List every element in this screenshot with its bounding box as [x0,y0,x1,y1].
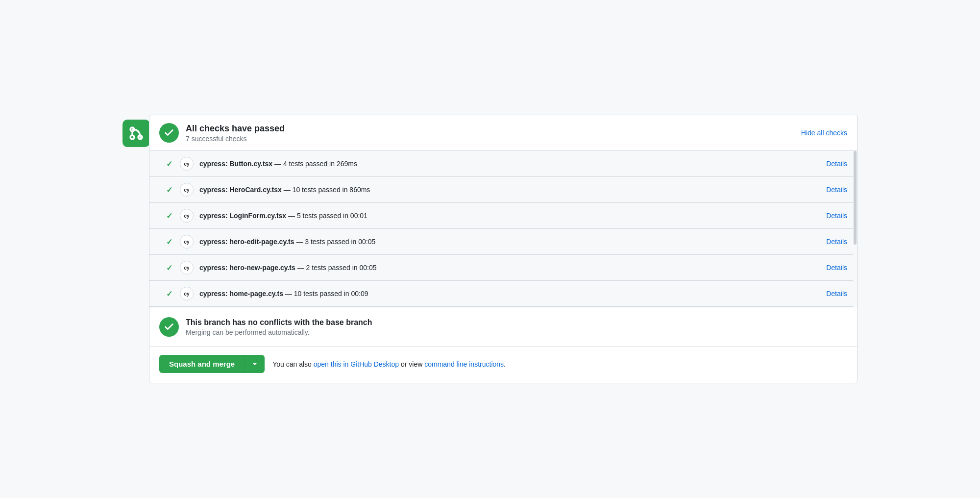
check-pass-icon: ✓ [164,263,174,273]
cypress-logo: cy [180,157,194,171]
check-label: cypress: HeroCard.cy.tsx — 10 tests pass… [199,186,370,194]
table-row: ✓ cy cypress: home-page.cy.ts — 10 tests… [149,281,857,307]
table-row: ✓ cy cypress: hero-edit-page.cy.ts — 3 t… [149,229,857,255]
no-conflicts-icon [159,317,179,337]
details-link[interactable]: Details [826,212,847,220]
all-checks-passed-icon [159,123,179,143]
merge-info-prefix: You can also [272,360,314,368]
table-row: ✓ cy cypress: LoginForm.cy.tsx — 5 tests… [149,203,857,229]
sidebar-merge-icon [122,120,150,147]
check-detail: — 10 tests passed in 00:09 [285,290,368,298]
page-wrapper: All checks have passed 7 successful chec… [122,115,858,383]
cypress-logo: cy [180,287,194,300]
check-detail: — 10 tests passed in 860ms [284,186,370,194]
merge-info-middle: or view [399,360,424,368]
check-name: cypress: Button.cy.tsx [199,160,272,168]
details-link[interactable]: Details [826,238,847,246]
table-row: ✓ cy cypress: HeroCard.cy.tsx — 10 tests… [149,177,857,203]
hide-all-checks-link[interactable]: Hide all checks [801,129,847,137]
merge-section: Squash and merge You can also open this … [149,347,857,383]
check-pass-icon: ✓ [164,289,174,299]
check-row-left: ✓ cy cypress: HeroCard.cy.tsx — 10 tests… [164,183,370,197]
check-row-left: ✓ cy cypress: hero-new-page.cy.ts — 2 te… [164,261,377,274]
check-row-left: ✓ cy cypress: Button.cy.tsx — 4 tests pa… [164,157,357,171]
check-pass-icon: ✓ [164,211,174,221]
check-label: cypress: hero-new-page.cy.ts — 2 tests p… [199,264,377,272]
check-label: cypress: hero-edit-page.cy.ts — 3 tests … [199,238,375,246]
no-conflicts-text: This branch has no conflicts with the ba… [186,318,372,336]
details-link[interactable]: Details [826,264,847,272]
chevron-down-icon [251,360,259,368]
command-line-link[interactable]: command line instructions [424,360,504,368]
details-link[interactable]: Details [826,160,847,168]
table-row: ✓ cy cypress: Button.cy.tsx — 4 tests pa… [149,151,857,177]
merge-button-group: Squash and merge [159,355,265,373]
scrollbar-thumb [854,151,857,245]
cypress-logo: cy [180,209,194,223]
checks-header: All checks have passed 7 successful chec… [149,115,857,150]
checks-list: ✓ cy cypress: Button.cy.tsx — 4 tests pa… [149,150,857,307]
details-link[interactable]: Details [826,186,847,194]
checks-subtitle: 7 successful checks [186,135,285,143]
cypress-logo: cy [180,235,194,249]
check-name: cypress: HeroCard.cy.tsx [199,186,282,194]
check-name: cypress: home-page.cy.ts [199,290,283,298]
squash-and-merge-button[interactable]: Squash and merge [159,355,245,373]
check-detail: — 5 tests passed in 00:01 [288,212,368,220]
check-name: cypress: LoginForm.cy.tsx [199,212,286,220]
scrollbar-track[interactable] [853,151,857,307]
git-merge-icon [128,125,144,141]
details-link[interactable]: Details [826,290,847,298]
check-label: cypress: LoginForm.cy.tsx — 5 tests pass… [199,212,368,220]
check-label: cypress: home-page.cy.ts — 10 tests pass… [199,290,368,298]
check-row-left: ✓ cy cypress: LoginForm.cy.tsx — 5 tests… [164,209,368,223]
check-pass-icon: ✓ [164,159,174,169]
check-detail: — 2 tests passed in 00:05 [297,264,377,272]
cypress-logo: cy [180,261,194,274]
merge-info-suffix: . [504,360,506,368]
check-name: cypress: hero-edit-page.cy.ts [199,238,294,246]
cypress-logo: cy [180,183,194,197]
check-pass-icon: ✓ [164,185,174,195]
no-conflicts-section: This branch has no conflicts with the ba… [149,307,857,347]
check-detail: — 3 tests passed in 00:05 [296,238,375,246]
main-card: All checks have passed 7 successful chec… [149,115,858,383]
github-desktop-link[interactable]: open this in GitHub Desktop [314,360,399,368]
table-row: ✓ cy cypress: hero-new-page.cy.ts — 2 te… [149,255,857,281]
check-label: cypress: Button.cy.tsx — 4 tests passed … [199,160,357,168]
check-row-left: ✓ cy cypress: home-page.cy.ts — 10 tests… [164,287,368,300]
no-conflicts-title: This branch has no conflicts with the ba… [186,318,372,327]
check-name: cypress: hero-new-page.cy.ts [199,264,295,272]
check-row-left: ✓ cy cypress: hero-edit-page.cy.ts — 3 t… [164,235,375,249]
merge-info-text: You can also open this in GitHub Desktop… [272,360,506,368]
checks-title-block: All checks have passed 7 successful chec… [186,124,285,143]
check-detail: — 4 tests passed in 269ms [274,160,357,168]
checks-header-left: All checks have passed 7 successful chec… [159,123,285,143]
no-conflicts-subtitle: Merging can be performed automatically. [186,328,372,336]
checks-title: All checks have passed [186,124,285,134]
check-pass-icon: ✓ [164,237,174,247]
merge-dropdown-button[interactable] [245,355,265,373]
